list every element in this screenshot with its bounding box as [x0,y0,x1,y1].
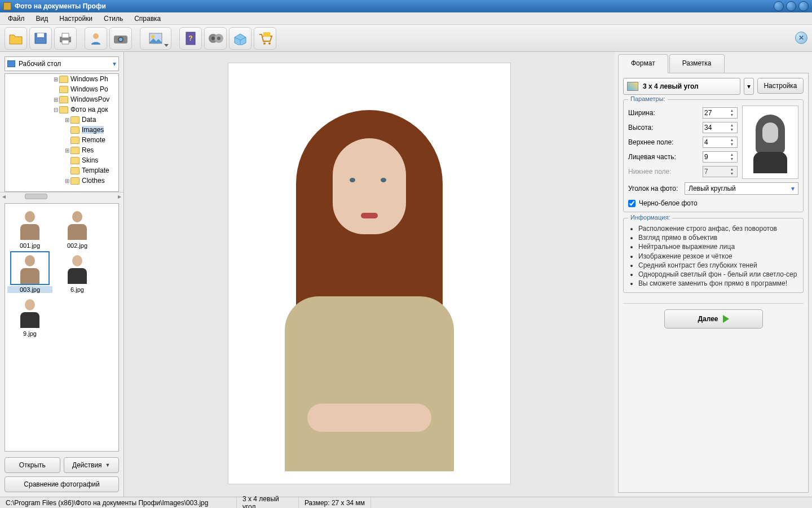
tab-format[interactable]: Формат [618,54,668,73]
next-button[interactable]: Далее [664,309,763,329]
parameters-group: Параметры: Ширина: ▲▼ Высота: ▲▼ Верхнее… [623,99,804,212]
corner-select[interactable]: Левый круглый▾ [685,182,798,195]
menu-help[interactable]: Справка [129,14,166,24]
thumbnail-item[interactable]: 003.jpg [7,251,52,293]
main-photo[interactable] [228,63,510,484]
corner-label: Уголок на фото: [628,185,685,192]
info-item: Нейтральное выражение лица [638,242,798,251]
compare-button[interactable]: Сравнение фотографий [5,476,119,492]
info-item: Взгляд прямо в объектив [638,233,798,242]
maximize-button[interactable] [786,1,796,11]
camera-button[interactable] [109,27,132,50]
menu-settings[interactable]: Настройки [54,14,98,24]
params-legend: Параметры: [628,95,668,102]
thumbnail-item[interactable]: 9.jpg [7,295,52,337]
folder-icon [59,96,68,103]
chevron-down-icon: ▾ [113,60,116,68]
format-settings-button[interactable]: Настройка [757,78,804,94]
folder-icon [70,177,80,185]
minimize-button[interactable] [774,1,784,11]
close-button[interactable] [798,1,809,11]
format-select[interactable]: 3 x 4 левый угол [623,78,740,95]
tree-item[interactable]: ⊞Res [5,145,118,155]
open-button[interactable]: Открыть [5,457,60,473]
face-part-label: Лицевая часть: [628,153,703,161]
width-spinner[interactable]: ▲▼ [703,107,738,119]
info-item: Изображение резкое и чёткое [638,252,798,261]
actions-button[interactable]: Действия▼ [64,457,120,473]
info-item: Расположение строго анфас, без поворотов [638,224,798,233]
svg-point-17 [263,42,266,45]
tree-item[interactable]: Remote [5,135,118,145]
svg-point-8 [119,38,122,41]
menu-bar: Файл Вид Настройки Стиль Справка [0,12,812,25]
path-selector[interactable]: Рабочий стол ▾ [5,56,119,71]
title-bar: Фото на документы Профи [0,0,812,12]
help-book-button[interactable]: ? [179,27,202,50]
thumbnail-item[interactable]: 001.jpg [7,207,52,249]
tree-item[interactable]: ⊟Фото на док [5,104,118,115]
folder-icon [70,147,80,154]
toolbar-close-icon[interactable]: ✕ [795,32,807,44]
tree-item[interactable]: Images [5,125,118,135]
top-margin-spinner[interactable]: ▲▼ [703,137,738,148]
info-item: Вы сможете заменить фон прямо в программ… [638,279,798,288]
svg-rect-19 [263,32,270,37]
folder-icon [59,76,68,83]
right-panel: Формат Разметка 3 x 4 левый угол ▾ Настр… [615,52,812,497]
tab-markup[interactable]: Разметка [669,54,725,73]
info-item: Однородный светлый фон - белый или светл… [638,270,798,279]
folder-tree[interactable]: ⊞Windows PhWindows Po⊞WindowsPov⊟Фото на… [5,73,119,192]
tree-item[interactable]: ⊞WindowsPov [5,94,118,104]
print-button[interactable] [54,27,77,50]
video-button[interactable] [204,27,227,50]
menu-style[interactable]: Стиль [98,14,129,24]
status-path: C:\Program Files (x86)\Фото на документы… [0,497,237,508]
tree-item[interactable]: ⊞Clothes [5,176,118,186]
cart-button[interactable] [254,27,276,50]
folder-icon [59,106,68,113]
height-spinner[interactable]: ▲▼ [703,122,738,133]
svg-rect-1 [37,33,44,37]
tree-scrollbar[interactable]: ◂▸ [0,192,123,200]
svg-text:?: ? [188,34,192,42]
top-margin-label: Верхнее поле: [628,138,703,146]
desktop-icon [7,60,15,67]
info-legend: Информация: [628,214,672,221]
image-tools-button[interactable] [140,27,171,50]
thumbnail-item[interactable]: 6.jpg [55,251,100,293]
info-group: Информация: Расположение строго анфас, б… [623,218,804,293]
window-title: Фото на документы Профи [15,2,771,10]
info-item: Средний контраст без глубоких теней [638,261,798,270]
status-size: Размер: 27 x 34 мм [299,497,371,508]
tree-item[interactable]: Skins [5,155,118,165]
tree-item[interactable]: Template [5,165,118,176]
svg-point-5 [93,33,99,39]
person-button[interactable] [85,27,107,50]
tree-item[interactable]: Windows Po [5,84,118,94]
svg-rect-4 [62,40,69,44]
path-label: Рабочий стол [19,60,61,68]
folder-icon [70,157,80,164]
folder-icon [59,86,68,93]
svg-point-10 [151,35,155,38]
arrow-right-icon [723,315,729,323]
thumbnail-item[interactable]: 002.jpg [55,207,100,249]
menu-file[interactable]: Файл [2,14,30,24]
tree-item[interactable]: ⊞Data [5,115,118,125]
thumbnail-grid: 001.jpg002.jpg003.jpg6.jpg9.jpg [5,203,119,452]
canvas-area [124,52,615,497]
menu-view[interactable]: Вид [30,14,54,24]
format-dropdown-button[interactable]: ▾ [744,78,754,95]
format-name: 3 x 4 левый угол [643,82,699,90]
toolbar: ? ✕ [0,25,812,52]
tree-item[interactable]: ⊞Windows Ph [5,74,118,84]
open-folder-button[interactable] [5,27,27,50]
sidebar: Рабочий стол ▾ ⊞Windows PhWindows Po⊞Win… [0,52,124,497]
save-button[interactable] [29,27,52,50]
format-preview [742,106,798,179]
face-part-spinner[interactable]: ▲▼ [703,151,738,163]
package-button[interactable] [229,27,251,50]
svg-rect-3 [62,33,69,38]
bw-checkbox[interactable] [628,200,636,207]
